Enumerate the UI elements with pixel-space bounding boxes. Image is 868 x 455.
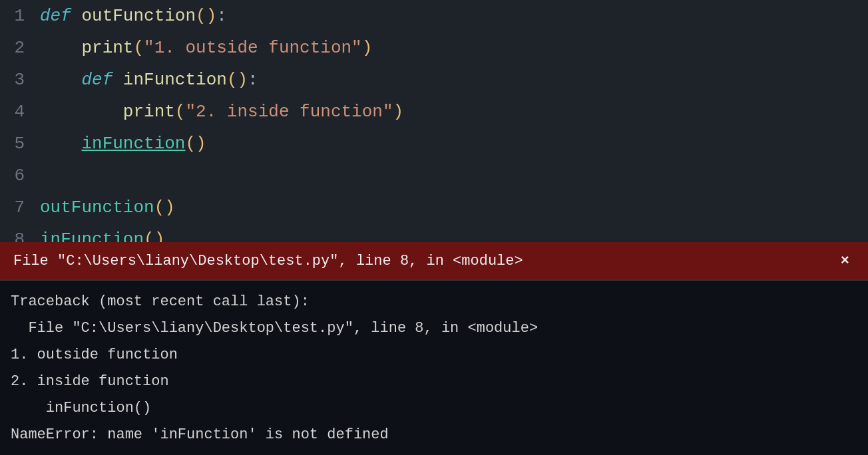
close-icon[interactable]: × — [835, 250, 855, 272]
line-number: 6 — [0, 160, 37, 192]
line-content: print("2. inside function") — [37, 96, 868, 128]
terminal-line: Traceback (most recent call last): — [11, 289, 857, 315]
line-number: 3 — [0, 64, 37, 96]
error-tooltip-text: File "C:\Users\liany\Desktop\test.py", l… — [13, 253, 835, 269]
terminal-line: inFunction() — [11, 395, 857, 422]
line-content: inFunction() — [37, 128, 868, 160]
code-line: 4 print("2. inside function") — [0, 96, 868, 128]
code-line: 7outFunction() — [0, 192, 868, 224]
line-number: 7 — [0, 192, 37, 224]
terminal-line: 1. outside function — [11, 342, 857, 369]
line-content: print("1. outside function") — [37, 32, 868, 64]
line-content: def outFunction(): — [37, 0, 868, 32]
code-editor[interactable]: 1def outFunction():2 print("1. outside f… — [0, 0, 868, 279]
line-content: def inFunction(): — [37, 64, 868, 96]
line-number: 5 — [0, 128, 37, 160]
code-lines: 1def outFunction():2 print("1. outside f… — [0, 0, 868, 279]
line-content: outFunction() — [37, 192, 868, 224]
error-tooltip: File "C:\Users\liany\Desktop\test.py", l… — [0, 242, 868, 279]
terminal-line: NameError: name 'inFunction' is not defi… — [11, 422, 857, 448]
line-number: 2 — [0, 32, 37, 64]
terminal-line: File "C:\Users\liany\Desktop\test.py", l… — [11, 315, 857, 342]
line-number: 1 — [0, 0, 37, 32]
terminal-output: Traceback (most recent call last): File … — [0, 279, 868, 455]
code-line: 2 print("1. outside function") — [0, 32, 868, 64]
code-line: 3 def inFunction(): — [0, 64, 868, 96]
code-line: 6 — [0, 160, 868, 192]
code-line: 5 inFunction() — [0, 128, 868, 160]
code-line: 1def outFunction(): — [0, 0, 868, 32]
terminal-line: 2. inside function — [11, 369, 857, 395]
line-number: 4 — [0, 96, 37, 128]
